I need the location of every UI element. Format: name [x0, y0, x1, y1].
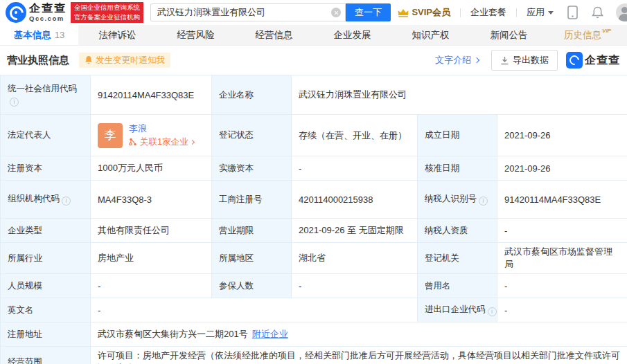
org-network-icon — [129, 138, 137, 146]
field-label-english-name: 英文名 — [1, 298, 91, 322]
svip-member-link[interactable]: SVIP会员 — [398, 6, 450, 19]
field-value-biz-term: 2021-09-26 至 无固定期限 — [292, 219, 418, 243]
business-license-section-bar: 营业执照信息 发生变更时通知我 文字介绍 导出数据 企查查 — [0, 46, 627, 75]
export-data-button[interactable]: 导出数据 — [491, 50, 558, 71]
related-companies-label: 关联1家企业 — [140, 136, 188, 149]
field-label-reg-authority: 登记机关 — [418, 243, 497, 274]
field-label-paid-capital: 实缴资本 — [212, 156, 292, 181]
legal-rep-name-link[interactable]: 李浪 — [129, 122, 194, 136]
field-label-import-export-code: 进出口企业代码i — [418, 298, 497, 322]
tab-legal-litigation[interactable]: 法律诉讼 — [78, 25, 157, 45]
tab-label: 企业发展 — [334, 29, 371, 42]
info-icon[interactable]: i — [10, 98, 19, 107]
field-value-import-export-code: - — [497, 298, 627, 322]
search-box — [150, 3, 346, 21]
tab-label: 法律诉讼 — [99, 29, 136, 42]
info-icon[interactable]: i — [62, 197, 71, 206]
field-value-establish-date: 2021-09-26 — [497, 115, 627, 156]
tab-count-badge: 13 — [55, 30, 64, 40]
field-value-english-name: - — [91, 298, 418, 322]
enterprise-package-link[interactable]: 企业套餐 — [470, 6, 506, 19]
field-label-insured-count: 参保人数 — [212, 274, 292, 298]
tab-label: 基本信息 — [14, 29, 51, 42]
tab-operating-risk[interactable]: 经营风险 — [157, 25, 235, 45]
field-label-taxpayer-quality: 纳税人资质 — [418, 219, 497, 243]
qcc-logo-name: 企查查 — [29, 3, 67, 14]
apps-menu-label: 应用 — [527, 6, 545, 19]
tab-label: 知识产权 — [412, 29, 450, 42]
field-label-legal-rep: 法定代表人 — [1, 115, 91, 156]
divider — [516, 8, 517, 17]
download-icon — [500, 56, 509, 65]
clear-search-icon[interactable] — [331, 8, 341, 17]
qcc-logo[interactable]: 企查查 Qcc.com — [6, 2, 67, 23]
bell-icon — [85, 55, 93, 65]
tab-company-development[interactable]: 企业发展 — [313, 25, 391, 45]
tab-news-announcements[interactable]: 新闻公告 — [470, 25, 548, 45]
tab-intellectual-property[interactable]: 知识产权 — [391, 25, 470, 45]
related-companies-link[interactable]: 关联1家企业 — [129, 136, 194, 149]
chevron-down-icon — [548, 11, 554, 15]
field-value-former-name: - — [497, 274, 627, 298]
qcc-watermark-icon — [566, 52, 583, 69]
field-value-legal-rep: 李 李浪 关联1家企业 — [91, 115, 212, 156]
field-value-reg-capital: 1000万元人民币 — [91, 156, 212, 181]
field-label-industry: 所属行业 — [1, 243, 91, 274]
field-value-company-name: 武汉钰力润珠置业有限公司 — [292, 75, 627, 115]
mobile-app-icon[interactable] — [567, 6, 578, 19]
chevron-right-icon — [190, 140, 195, 145]
field-value-region: 湖北省 — [292, 243, 418, 274]
info-icon[interactable]: i — [488, 307, 497, 316]
notify-badge-label: 发生变更时通知我 — [96, 55, 165, 66]
chevron-right-icon — [474, 57, 479, 63]
field-value-taxpayer-id: 91420114MA4F33Q83E — [497, 181, 627, 219]
qcc-watermark: 企查查 — [566, 52, 620, 69]
field-label-reg-status: 登记状态 — [212, 115, 292, 156]
tab-label: 新闻公告 — [491, 29, 528, 42]
gov-badge-line2: 官方备案企业征信机构 — [74, 12, 140, 22]
tab-label: 经营风险 — [177, 29, 215, 42]
field-label-establish-date: 成立日期 — [418, 115, 497, 156]
field-label-business-scope: 经营范围 — [1, 347, 91, 364]
svip-member-label: SVIP会员 — [412, 6, 450, 19]
nearby-companies-link[interactable]: 附近企业 — [252, 329, 288, 339]
search-input[interactable] — [157, 8, 331, 18]
address-text: 武汉市蔡甸区大集街方兴一二期201号 — [98, 329, 248, 339]
top-header: 企查查 Qcc.com 全国企业信用查询系统 官方备案企业征信机构 查一下 SV… — [0, 0, 627, 25]
field-label-company-type: 企业类型 — [1, 219, 91, 243]
notification-bell-icon[interactable] — [592, 6, 603, 19]
field-value-company-type: 其他有限责任公司 — [91, 219, 212, 243]
info-icon[interactable]: i — [479, 197, 488, 206]
tab-history-info[interactable]: 历史信息 VIP — [548, 25, 626, 45]
apps-menu[interactable]: 应用 — [527, 6, 554, 19]
field-label-company-name: 企业名称 — [212, 75, 292, 115]
field-value-taxpayer-quality: - — [497, 219, 627, 243]
field-label-region: 所属地区 — [212, 243, 292, 274]
search-button[interactable]: 查一下 — [346, 3, 391, 21]
field-label-biz-term: 营业期限 — [212, 219, 292, 243]
field-value-reg-authority: 武汉市蔡甸区市场监督管理局 — [497, 243, 627, 274]
field-value-address: 武汉市蔡甸区大集街方兴一二期201号附近企业 — [91, 322, 627, 347]
field-label-taxpayer-id: 纳税人识别号i — [418, 181, 497, 219]
field-value-industry: 房地产业 — [91, 243, 212, 274]
field-value-org-code: MA4F33Q8-3 — [91, 181, 212, 219]
section-title: 营业执照信息 — [7, 54, 69, 67]
text-intro-link[interactable]: 文字介绍 — [435, 54, 479, 66]
user-avatar[interactable] — [616, 3, 627, 21]
gov-badge-line1: 全国企业信用查询系统 — [74, 3, 140, 12]
field-label-former-name: 曾用名 — [418, 274, 497, 298]
tab-label: 经营信息 — [256, 29, 293, 42]
tab-basic-info[interactable]: 基本信息 13 — [0, 25, 78, 45]
qcc-logo-icon — [6, 2, 26, 23]
notify-on-change-button[interactable]: 发生变更时通知我 — [79, 53, 170, 68]
field-value-biz-reg-no: 420114000215938 — [292, 181, 418, 219]
qcc-watermark-text: 企查查 — [585, 53, 620, 68]
field-value-reg-status: 存续（在营、开业、在册） — [292, 115, 418, 156]
export-button-label: 导出数据 — [513, 54, 549, 66]
field-label-address: 注册地址 — [1, 322, 91, 347]
tab-operating-info[interactable]: 经营信息 — [235, 25, 313, 45]
field-label-approval-date: 核准日期 — [418, 156, 497, 181]
field-label-staff-size: 人员规模 — [1, 274, 91, 298]
legal-rep-avatar[interactable]: 李 — [98, 123, 123, 148]
vip-badge: VIP — [602, 28, 611, 34]
